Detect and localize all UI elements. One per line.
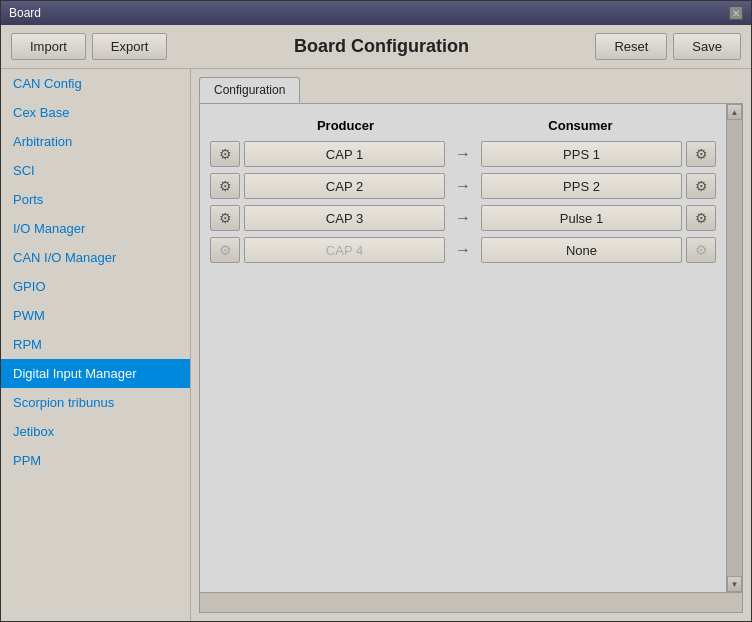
sidebar-item-pwm[interactable]: PWM — [1, 301, 190, 330]
config-panel: Producer Consumer ⚙ CAP 1 → PPS 1 ⚙ — [199, 104, 743, 613]
header-producer: Producer — [246, 118, 445, 133]
config-row-3: ⚙ CAP 3 → Pulse 1 ⚙ — [210, 205, 716, 231]
arrow-2: → — [445, 177, 481, 195]
gear-right-2[interactable]: ⚙ — [686, 173, 716, 199]
config-header: Producer Consumer — [210, 114, 716, 137]
tab-configuration[interactable]: Configuration — [199, 77, 300, 103]
config-table: Producer Consumer ⚙ CAP 1 → PPS 1 ⚙ — [200, 104, 726, 592]
gear-left-3[interactable]: ⚙ — [210, 205, 240, 231]
gear-right-3[interactable]: ⚙ — [686, 205, 716, 231]
gear-left-2[interactable]: ⚙ — [210, 173, 240, 199]
consumer-1[interactable]: PPS 1 — [481, 141, 682, 167]
config-row-2: ⚙ CAP 2 → PPS 2 ⚙ — [210, 173, 716, 199]
consumer-4[interactable]: None — [481, 237, 682, 263]
sidebar-item-cex-base[interactable]: Cex Base — [1, 98, 190, 127]
close-button[interactable]: ✕ — [729, 6, 743, 20]
sidebar-item-ppm[interactable]: PPM — [1, 446, 190, 475]
import-button[interactable]: Import — [11, 33, 86, 60]
sidebar-item-digital-input-manager[interactable]: Digital Input Manager — [1, 359, 190, 388]
sidebar-item-can-io-manager[interactable]: CAN I/O Manager — [1, 243, 190, 272]
sidebar-item-can-config[interactable]: CAN Config — [1, 69, 190, 98]
scroll-track[interactable] — [727, 120, 742, 576]
scroll-up-button[interactable]: ▲ — [727, 104, 742, 120]
main-window: Board ✕ Import Export Board Configuratio… — [0, 0, 752, 622]
arrow-3: → — [445, 209, 481, 227]
sidebar-item-jetibox[interactable]: Jetibox — [1, 417, 190, 446]
sidebar-item-sci[interactable]: SCI — [1, 156, 190, 185]
header-consumer: Consumer — [481, 118, 680, 133]
sidebar-item-arbitration[interactable]: Arbitration — [1, 127, 190, 156]
consumer-2[interactable]: PPS 2 — [481, 173, 682, 199]
gear-right-1[interactable]: ⚙ — [686, 141, 716, 167]
window-title: Board — [9, 6, 41, 20]
gear-left-1[interactable]: ⚙ — [210, 141, 240, 167]
sidebar-item-ports[interactable]: Ports — [1, 185, 190, 214]
toolbar: Import Export Board Configuration Reset … — [1, 25, 751, 69]
title-bar: Board ✕ — [1, 1, 751, 25]
scroll-down-button[interactable]: ▼ — [727, 576, 742, 592]
arrow-4: → — [445, 241, 481, 259]
producer-2[interactable]: CAP 2 — [244, 173, 445, 199]
main-content: CAN Config Cex Base Arbitration SCI Port… — [1, 69, 751, 621]
sidebar-item-io-manager[interactable]: I/O Manager — [1, 214, 190, 243]
toolbar-right: Reset Save — [595, 33, 741, 60]
header-gear-left — [210, 118, 246, 133]
producer-1[interactable]: CAP 1 — [244, 141, 445, 167]
config-row-4: ⚙ CAP 4 → None ⚙ — [210, 237, 716, 263]
board-config-title: Board Configuration — [294, 36, 469, 57]
config-row-1: ⚙ CAP 1 → PPS 1 ⚙ — [210, 141, 716, 167]
gear-left-4: ⚙ — [210, 237, 240, 263]
gear-right-4: ⚙ — [686, 237, 716, 263]
panel-scroll-container: Producer Consumer ⚙ CAP 1 → PPS 1 ⚙ — [200, 104, 742, 592]
scrollbar: ▲ ▼ — [726, 104, 742, 592]
header-gear-right — [680, 118, 716, 133]
tab-bar: Configuration — [199, 77, 743, 104]
content-area: Configuration Producer Consumer — [191, 69, 751, 621]
producer-3[interactable]: CAP 3 — [244, 205, 445, 231]
arrow-1: → — [445, 145, 481, 163]
export-button[interactable]: Export — [92, 33, 168, 60]
status-bar — [200, 592, 742, 612]
header-arrow-space — [445, 118, 481, 133]
sidebar: CAN Config Cex Base Arbitration SCI Port… — [1, 69, 191, 621]
sidebar-item-scorpion-tribunus[interactable]: Scorpion tribunus — [1, 388, 190, 417]
consumer-3[interactable]: Pulse 1 — [481, 205, 682, 231]
producer-4[interactable]: CAP 4 — [244, 237, 445, 263]
reset-button[interactable]: Reset — [595, 33, 667, 60]
sidebar-item-rpm[interactable]: RPM — [1, 330, 190, 359]
sidebar-item-gpio[interactable]: GPIO — [1, 272, 190, 301]
save-button[interactable]: Save — [673, 33, 741, 60]
toolbar-left: Import Export — [11, 33, 167, 60]
